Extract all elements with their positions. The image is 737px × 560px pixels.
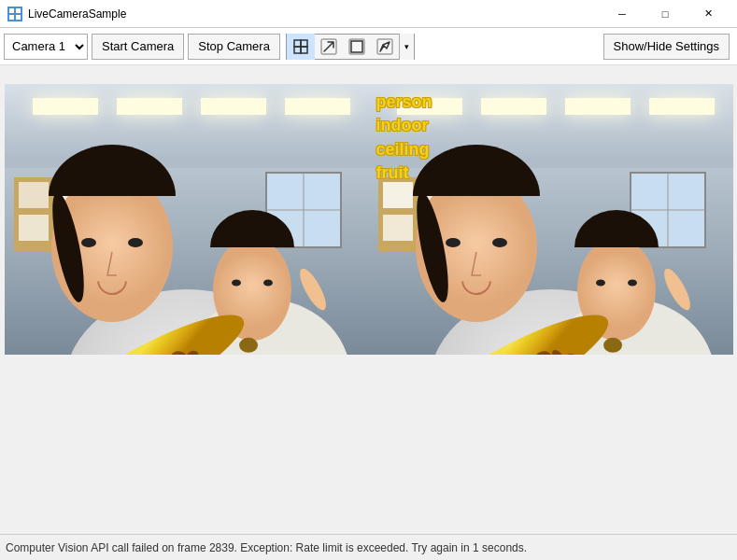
svg-rect-4: [294, 40, 301, 47]
stop-camera-button[interactable]: Stop Camera: [188, 34, 280, 60]
svg-rect-6: [294, 47, 301, 53]
svg-rect-1: [16, 8, 21, 13]
svg-rect-5: [301, 40, 307, 47]
left-camera-canvas: [5, 84, 369, 355]
show-hide-settings-button[interactable]: Show/Hide Settings: [603, 34, 730, 60]
svg-rect-0: [9, 8, 14, 13]
detection-label-person: person: [376, 91, 432, 113]
detection-label-indoor: indoor: [376, 115, 432, 136]
window-controls: ─ □ ✕: [601, 0, 730, 28]
mode-icon-group: ▾: [286, 34, 415, 60]
video-row: person indoor ceiling fruit: [5, 84, 733, 355]
tag-icon-button[interactable]: [287, 34, 315, 60]
left-video-panel: [5, 84, 369, 355]
start-camera-button[interactable]: Start Camera: [92, 34, 184, 60]
detection-labels-overlay: person indoor ceiling fruit: [376, 91, 432, 185]
detection-label-fruit: fruit: [376, 162, 432, 184]
right-video-panel: person indoor ceiling fruit: [369, 84, 733, 355]
app-title: LiveCameraSample: [28, 7, 601, 21]
status-bar: Computer Vision API call failed on frame…: [0, 534, 737, 560]
icon-group-expand-button[interactable]: ▾: [399, 34, 414, 60]
minimize-button[interactable]: ─: [601, 0, 644, 28]
arrow-icon-button[interactable]: [315, 34, 343, 60]
svg-rect-9: [351, 41, 362, 52]
close-button[interactable]: ✕: [687, 0, 730, 28]
maximize-button[interactable]: □: [644, 0, 687, 28]
app-icon: [7, 7, 22, 21]
camera-select[interactable]: Camera 1: [4, 34, 88, 60]
title-bar: LiveCameraSample ─ □ ✕: [0, 0, 737, 28]
status-message: Computer Vision API call failed on frame…: [6, 541, 527, 554]
main-content: person indoor ceiling fruit: [0, 65, 737, 534]
pointer-icon-button[interactable]: [371, 34, 399, 60]
svg-rect-7: [301, 47, 307, 53]
detection-label-ceiling: ceiling: [376, 139, 432, 161]
toolbar: Camera 1 Start Camera Stop Camera: [0, 28, 737, 65]
crop-icon-button[interactable]: [343, 34, 371, 60]
svg-rect-3: [16, 15, 21, 20]
svg-rect-2: [9, 15, 14, 20]
